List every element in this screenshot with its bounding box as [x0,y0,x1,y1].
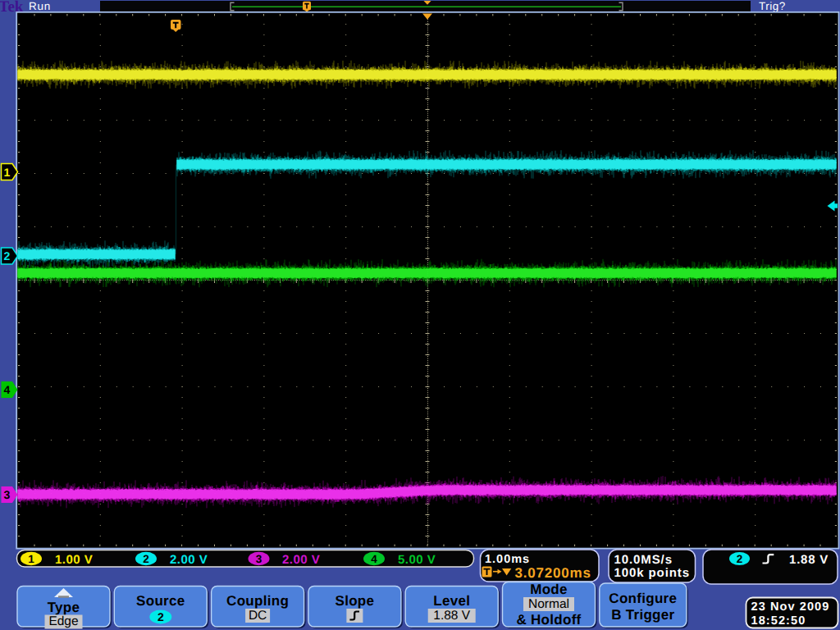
svg-text:Normal: Normal [528,597,569,611]
svg-text:3.07200ms: 3.07200ms [515,565,591,581]
svg-text:4: 4 [4,383,11,396]
svg-text:Slope: Slope [336,593,375,609]
svg-text:1.00 V: 1.00 V [55,553,93,567]
svg-text:3: 3 [256,553,262,565]
svg-text:1.88 V: 1.88 V [789,553,829,567]
svg-text:2: 2 [4,249,11,262]
svg-text:4: 4 [371,553,377,565]
svg-text:1.00ms: 1.00ms [485,553,530,566]
svg-text:Run: Run [29,0,51,12]
svg-text:Source: Source [136,593,185,609]
svg-text:Edge: Edge [48,614,78,628]
svg-text:1.88 V: 1.88 V [433,609,470,623]
svg-text:Mode: Mode [530,582,568,597]
svg-text:B Trigger: B Trigger [611,607,674,623]
svg-text:DC: DC [249,609,267,623]
svg-text:100k points: 100k points [614,566,690,580]
svg-text:2.00 V: 2.00 V [282,553,320,567]
svg-text:5.00 V: 5.00 V [398,553,436,567]
svg-text:1: 1 [28,553,34,565]
svg-text:& Holdoff: & Holdoff [516,612,581,628]
svg-text:2: 2 [143,553,149,565]
svg-text:Coupling: Coupling [226,593,289,609]
svg-text:2: 2 [158,610,164,623]
svg-text:Configure: Configure [609,591,677,606]
svg-text:2.00 V: 2.00 V [170,553,208,567]
svg-text:Type: Type [48,600,80,615]
svg-text:18:52:50: 18:52:50 [751,614,806,628]
svg-text:23 Nov 2009: 23 Nov 2009 [751,600,830,614]
svg-text:1: 1 [4,166,11,179]
svg-text:3: 3 [4,488,11,501]
svg-text:Level: Level [433,593,470,609]
svg-text:Trig?: Trig? [759,0,786,12]
svg-text:2: 2 [737,553,743,565]
svg-text:10.0MS/s: 10.0MS/s [614,553,673,567]
